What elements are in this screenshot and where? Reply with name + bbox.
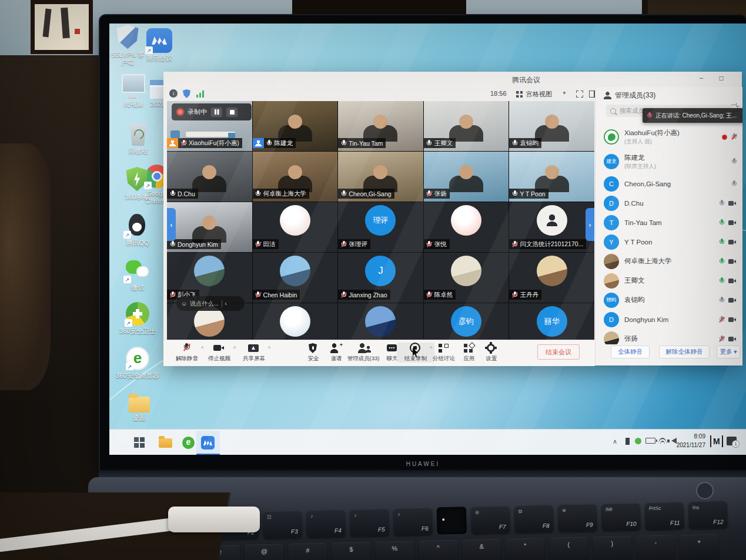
desktop-icon-qq[interactable]: ↗腾讯QQ xyxy=(121,213,154,247)
file-explorer-button[interactable] xyxy=(159,438,172,448)
member-row[interactable]: CCheon,Gi-Sang xyxy=(596,174,742,193)
share-icon xyxy=(246,343,262,354)
member-row[interactable]: XiaohuiFu(符小惠)(主持人 我) xyxy=(596,125,742,149)
folder-icon xyxy=(129,397,150,413)
prev-page-arrow[interactable]: ‹ xyxy=(167,208,176,241)
participant-tile[interactable]: 闫文浩统计21012170... xyxy=(509,202,594,252)
participant-tile[interactable]: 陈卓然 xyxy=(424,253,509,303)
participant-tile[interactable] xyxy=(338,303,423,340)
network-signal-icon xyxy=(196,90,205,98)
mic-icon xyxy=(731,158,737,165)
participant-tile[interactable]: Chen Haibin xyxy=(253,253,338,303)
ime-indicator[interactable]: M xyxy=(710,435,723,447)
member-row[interactable]: YY T Poon xyxy=(596,232,742,252)
maximize-button[interactable]: □ xyxy=(716,74,727,82)
battery-icon[interactable] xyxy=(645,438,655,444)
desktop-icon-safe360[interactable]: ↗360安全卫士 xyxy=(116,302,159,335)
toolbar-label: 设置 xyxy=(486,355,497,363)
desktop-icon-meeting[interactable]: ↗腾讯会议 xyxy=(143,28,175,62)
pause-recording-button[interactable] xyxy=(211,108,222,117)
wifi-icon[interactable] xyxy=(658,438,667,444)
participant-nameplate: Jianxing Zhao xyxy=(338,290,390,300)
qq-icon: ↗ xyxy=(125,213,150,237)
camera-icon xyxy=(212,343,227,354)
more-button[interactable]: 更多 ▾ xyxy=(717,346,740,358)
meeting-toolbar: 结束会议 解除静音^停止视频^共享屏幕^安全邀请管理成员(33)聊天结束录制^分… xyxy=(163,340,595,366)
participant-tile[interactable]: JJianxing Zhao xyxy=(338,253,423,303)
stop-recording-button[interactable] xyxy=(226,108,237,117)
tray-expand-icon[interactable]: ∧ xyxy=(613,438,617,445)
chair xyxy=(0,143,51,390)
participant-tile[interactable]: 陈建龙 xyxy=(253,101,338,151)
browser-360-taskbar-button[interactable] xyxy=(182,437,195,449)
taskbar-clock[interactable]: 8:09 2021/11/27 xyxy=(673,432,705,450)
key-f12: InsF12 xyxy=(688,501,728,528)
participant-tile[interactable]: 丽华丽华 xyxy=(509,303,594,340)
toolbar-share[interactable]: 共享屏幕 xyxy=(235,343,273,363)
participant-tile[interactable]: Cheon,Gi-Sang xyxy=(338,152,423,202)
notification-icon[interactable]: 1 xyxy=(727,437,737,445)
end-meeting-button[interactable]: 结束会议 xyxy=(537,344,580,360)
unmute-all-button[interactable]: 解除全体静音 xyxy=(659,346,710,358)
toolbar-gear[interactable]: 设置 xyxy=(473,343,510,363)
participant-name: 张悦 xyxy=(434,240,447,249)
360-tray-icon[interactable] xyxy=(635,438,641,444)
desktop-icon-browser360[interactable]: ↗360安全浏览器 xyxy=(114,347,161,380)
member-row[interactable]: 锦昀袁锦昀 xyxy=(596,290,742,310)
mic-icon xyxy=(731,133,737,140)
info-icon[interactable]: i xyxy=(169,89,178,98)
member-row[interactable]: 建龙陈建龙(联席主持人) xyxy=(596,149,742,174)
desktop-icon-folder[interactable]: 桌面 xyxy=(125,391,154,422)
participant-tile[interactable]: Donghyun Kim xyxy=(167,202,252,252)
desktop-icon-recycle[interactable]: 回收站 xyxy=(121,121,155,155)
participant-tile[interactable]: 袁锦昀 xyxy=(509,101,594,151)
participant-nameplate: Y T Poon xyxy=(509,189,548,199)
desktop-icon-wechat[interactable]: ↗微信 xyxy=(121,257,154,291)
member-row[interactable]: 王卿文 xyxy=(596,271,742,290)
participant-tile[interactable]: 张悦 xyxy=(424,202,509,252)
participant-tile[interactable]: 理评张理评 xyxy=(338,202,423,252)
participant-name: Tin-Yau Tam xyxy=(349,140,383,147)
member-row[interactable]: DDonghyun Kim xyxy=(596,310,742,329)
mute-slash-icon xyxy=(719,336,725,342)
participant-name: 张理评 xyxy=(349,240,367,249)
member-row[interactable]: DD.Chu xyxy=(596,193,742,213)
quick-chat-bubble[interactable]: ☺ 说点什么... ‹ xyxy=(176,296,245,311)
member-row[interactable]: 张扬 xyxy=(596,329,742,344)
participant-tile[interactable]: Y T Poon xyxy=(509,152,594,202)
participant-tile[interactable]: 田洁 xyxy=(253,202,338,252)
member-row[interactable]: 何卓衡上海大学 xyxy=(596,252,742,271)
participant-name: 王丹丹 xyxy=(520,291,538,299)
toolbar-camera[interactable]: 停止视频 xyxy=(200,343,238,363)
participant-tile[interactable]: 王丹丹 xyxy=(509,253,594,303)
participant-avatar xyxy=(451,256,481,286)
collapse-chat-icon[interactable]: ‹ xyxy=(225,300,227,307)
participant-tile[interactable]: 张扬 xyxy=(424,152,509,202)
next-page-arrow[interactable]: › xyxy=(586,208,594,241)
member-avatar: C xyxy=(604,176,619,192)
participant-tile[interactable]: D.Chu xyxy=(167,152,252,202)
participant-tile[interactable]: 彦钧彦钧 xyxy=(424,303,509,340)
logo-blob-icon xyxy=(608,133,615,141)
participant-tile[interactable]: 何卓衡上海大学 xyxy=(253,152,338,202)
member-icons xyxy=(719,219,742,226)
member-name: D.Chu xyxy=(624,200,644,207)
key-glyph: ♪ xyxy=(310,513,313,519)
participant-name: 袁锦昀 xyxy=(520,139,538,147)
participant-tile[interactable]: Tin-Yau Tam xyxy=(338,101,423,151)
minimize-button[interactable]: − xyxy=(696,74,707,82)
fullscreen-icon[interactable] xyxy=(576,90,583,98)
participant-tile[interactable] xyxy=(253,303,338,340)
usb-tray-icon[interactable] xyxy=(625,438,630,445)
mute-all-button[interactable]: 全体静音 xyxy=(611,346,650,358)
participant-tile[interactable]: 王卿文 xyxy=(424,101,509,151)
desktop-icon-sslvpn[interactable]: ↗SSLVPN 客户端 xyxy=(109,25,146,66)
member-text: XiaohuiFu(符小惠)(主持人 我) xyxy=(624,129,680,146)
view-mode-dropdown[interactable]: 宫格视图 xyxy=(526,90,552,99)
participant-tile[interactable]: 彭小飞 xyxy=(167,253,252,303)
shield-icon[interactable] xyxy=(183,89,190,98)
member-row[interactable]: TTin-Yau Tam xyxy=(596,213,742,232)
start-button[interactable] xyxy=(134,437,145,448)
meeting-taskbar-slot[interactable] xyxy=(196,431,220,455)
mic-icon xyxy=(170,291,175,299)
